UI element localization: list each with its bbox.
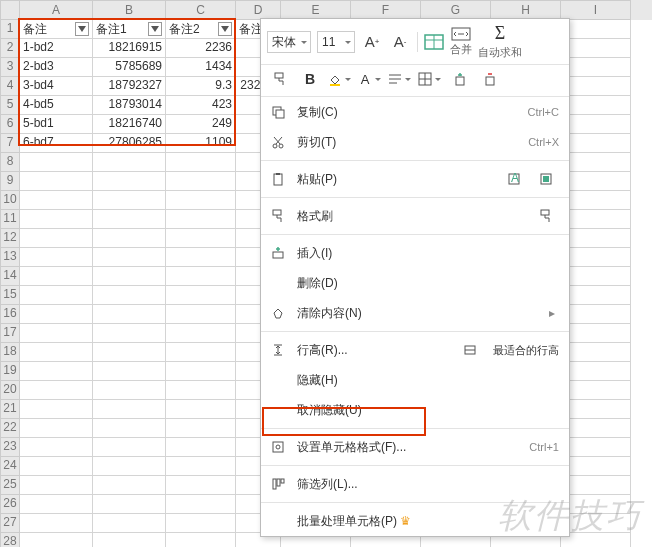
col-head-F[interactable]: F <box>351 0 421 20</box>
row-head[interactable]: 19 <box>0 362 20 381</box>
cell-A23[interactable] <box>20 438 93 457</box>
menu-insert[interactable]: 插入(I) <box>261 238 569 268</box>
row-head[interactable]: 1 <box>0 20 20 39</box>
cell-A6[interactable]: 5-bd1 <box>20 115 93 134</box>
font-color-icon[interactable]: A <box>357 68 383 90</box>
cell-B24[interactable] <box>93 457 166 476</box>
cell-I16[interactable] <box>561 305 631 324</box>
cell-A15[interactable] <box>20 286 93 305</box>
cell-B8[interactable] <box>93 153 166 172</box>
cell-C23[interactable] <box>166 438 236 457</box>
cell-B27[interactable] <box>93 514 166 533</box>
row-head[interactable]: 16 <box>0 305 20 324</box>
fill-color-icon[interactable] <box>327 68 353 90</box>
cell-A28[interactable] <box>20 533 93 547</box>
cell-B11[interactable] <box>93 210 166 229</box>
cell-A9[interactable] <box>20 172 93 191</box>
cell-B10[interactable] <box>93 191 166 210</box>
row-head[interactable]: 25 <box>0 476 20 495</box>
cell-C22[interactable] <box>166 419 236 438</box>
cell-B9[interactable] <box>93 172 166 191</box>
cell-B15[interactable] <box>93 286 166 305</box>
cell-A17[interactable] <box>20 324 93 343</box>
cell-C28[interactable] <box>166 533 236 547</box>
cell-B3[interactable]: 5785689 <box>93 58 166 77</box>
cell-I21[interactable] <box>561 400 631 419</box>
paste-format-icon[interactable] <box>537 170 555 188</box>
menu-copy[interactable]: 复制(C) Ctrl+C <box>261 97 569 127</box>
cell-I1[interactable] <box>561 20 631 39</box>
cell-A22[interactable] <box>20 419 93 438</box>
col-head-B[interactable]: B <box>93 0 166 20</box>
menu-paste[interactable]: 粘贴(P) A <box>261 164 569 194</box>
cell-I18[interactable] <box>561 343 631 362</box>
font-select[interactable]: 宋体 <box>267 31 311 53</box>
cell-B1[interactable]: 备注1 <box>93 20 166 39</box>
cell-B12[interactable] <box>93 229 166 248</box>
cell-A13[interactable] <box>20 248 93 267</box>
cell-B18[interactable] <box>93 343 166 362</box>
row-head[interactable]: 12 <box>0 229 20 248</box>
cell-A18[interactable] <box>20 343 93 362</box>
cell-A19[interactable] <box>20 362 93 381</box>
cell-B21[interactable] <box>93 400 166 419</box>
cell-C16[interactable] <box>166 305 236 324</box>
row-head[interactable]: 15 <box>0 286 20 305</box>
cell-I5[interactable] <box>561 96 631 115</box>
insert-cell-icon[interactable] <box>447 68 473 90</box>
cell-A21[interactable] <box>20 400 93 419</box>
cell-A25[interactable] <box>20 476 93 495</box>
row-head[interactable]: 22 <box>0 419 20 438</box>
cell-A16[interactable] <box>20 305 93 324</box>
cell-C27[interactable] <box>166 514 236 533</box>
cell-A10[interactable] <box>20 191 93 210</box>
row-head[interactable]: 23 <box>0 438 20 457</box>
row-head[interactable]: 18 <box>0 343 20 362</box>
cell-C3[interactable]: 1434 <box>166 58 236 77</box>
cell-I6[interactable] <box>561 115 631 134</box>
menu-hide[interactable]: 隐藏(H) <box>261 365 569 395</box>
filter-dropdown-icon[interactable] <box>148 22 162 36</box>
cell-C9[interactable] <box>166 172 236 191</box>
cell-B7[interactable]: 27806285 <box>93 134 166 153</box>
cell-C5[interactable]: 423 <box>166 96 236 115</box>
cell-C18[interactable] <box>166 343 236 362</box>
menu-row-height[interactable]: 行高(R)... 最适合的行高 <box>261 335 569 365</box>
menu-format-cells[interactable]: 设置单元格格式(F)... Ctrl+1 <box>261 432 569 462</box>
row-head[interactable]: 13 <box>0 248 20 267</box>
cell-A8[interactable] <box>20 153 93 172</box>
cell-A7[interactable]: 6-bd7 <box>20 134 93 153</box>
menu-clear[interactable]: 清除内容(N) ▸ <box>261 298 569 328</box>
row-head[interactable]: 3 <box>0 58 20 77</box>
cell-I10[interactable] <box>561 191 631 210</box>
cell-I4[interactable] <box>561 77 631 96</box>
cell-A20[interactable] <box>20 381 93 400</box>
increase-font-icon[interactable]: A+ <box>361 31 383 53</box>
cell-C24[interactable] <box>166 457 236 476</box>
cell-A14[interactable] <box>20 267 93 286</box>
cell-A5[interactable]: 4-bd5 <box>20 96 93 115</box>
cell-B23[interactable] <box>93 438 166 457</box>
cell-I17[interactable] <box>561 324 631 343</box>
row-head[interactable]: 26 <box>0 495 20 514</box>
cell-I20[interactable] <box>561 381 631 400</box>
col-head-A[interactable]: A <box>20 0 93 20</box>
row-head[interactable]: 27 <box>0 514 20 533</box>
row-head[interactable]: 14 <box>0 267 20 286</box>
cell-C8[interactable] <box>166 153 236 172</box>
cell-B5[interactable]: 18793014 <box>93 96 166 115</box>
cell-C13[interactable] <box>166 248 236 267</box>
row-head[interactable]: 4 <box>0 77 20 96</box>
cell-I13[interactable] <box>561 248 631 267</box>
cell-C11[interactable] <box>166 210 236 229</box>
cell-B19[interactable] <box>93 362 166 381</box>
cell-C7[interactable]: 1109 <box>166 134 236 153</box>
cell-C4[interactable]: 9.3 <box>166 77 236 96</box>
font-size-select[interactable]: 11 <box>317 31 355 53</box>
cell-B13[interactable] <box>93 248 166 267</box>
merge-group[interactable]: 合并 <box>450 27 472 57</box>
cell-I12[interactable] <box>561 229 631 248</box>
cell-C14[interactable] <box>166 267 236 286</box>
cell-B25[interactable] <box>93 476 166 495</box>
borders-icon[interactable] <box>417 68 443 90</box>
